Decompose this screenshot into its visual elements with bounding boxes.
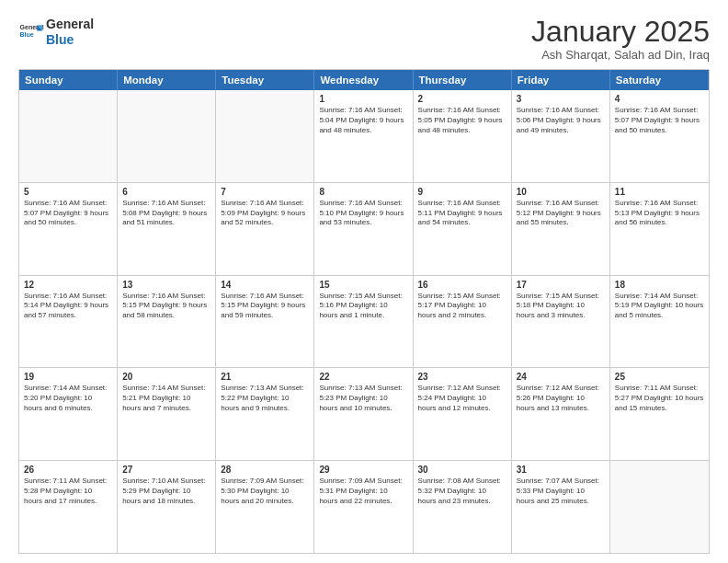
cell-text: Sunrise: 7:16 AM Sunset: 5:08 PM Dayligh… (122, 199, 210, 228)
cal-cell-23: 23Sunrise: 7:12 AM Sunset: 5:24 PM Dayli… (414, 368, 512, 460)
header: General Blue General Blue January 2025 A… (18, 17, 710, 62)
cell-text: Sunrise: 7:14 AM Sunset: 5:21 PM Dayligh… (122, 384, 210, 413)
cell-text: Sunrise: 7:16 AM Sunset: 5:15 PM Dayligh… (221, 292, 309, 321)
cell-text: Sunrise: 7:15 AM Sunset: 5:18 PM Dayligh… (517, 292, 605, 321)
cal-cell-24: 24Sunrise: 7:12 AM Sunset: 5:26 PM Dayli… (512, 368, 610, 460)
day-number: 9 (418, 187, 506, 197)
cell-text: Sunrise: 7:13 AM Sunset: 5:22 PM Dayligh… (221, 384, 309, 413)
cal-cell-10: 10Sunrise: 7:16 AM Sunset: 5:12 PM Dayli… (512, 183, 610, 275)
cal-cell-27: 27Sunrise: 7:10 AM Sunset: 5:29 PM Dayli… (118, 461, 216, 553)
calendar-row-4: 26Sunrise: 7:11 AM Sunset: 5:28 PM Dayli… (19, 460, 709, 553)
calendar-header: SundayMondayTuesdayWednesdayThursdayFrid… (19, 70, 709, 90)
cal-cell-30: 30Sunrise: 7:08 AM Sunset: 5:32 PM Dayli… (414, 461, 512, 553)
cal-cell-11: 11Sunrise: 7:16 AM Sunset: 5:13 PM Dayli… (610, 183, 709, 275)
cal-cell-25: 25Sunrise: 7:11 AM Sunset: 5:27 PM Dayli… (610, 368, 709, 460)
day-number: 16 (418, 280, 506, 290)
cal-cell-3: 3Sunrise: 7:16 AM Sunset: 5:06 PM Daylig… (512, 90, 610, 182)
calendar: SundayMondayTuesdayWednesdayThursdayFrid… (18, 69, 710, 554)
cell-text: Sunrise: 7:16 AM Sunset: 5:05 PM Dayligh… (418, 106, 506, 135)
header-day-saturday: Saturday (610, 70, 709, 90)
month-title: January 2025 (531, 17, 710, 46)
day-number: 12 (24, 280, 112, 290)
logo: General Blue General Blue (18, 17, 94, 48)
cell-text: Sunrise: 7:16 AM Sunset: 5:13 PM Dayligh… (615, 199, 704, 228)
cell-text: Sunrise: 7:12 AM Sunset: 5:24 PM Dayligh… (418, 384, 506, 413)
day-number: 21 (221, 372, 309, 382)
cell-text: Sunrise: 7:16 AM Sunset: 5:06 PM Dayligh… (517, 106, 605, 135)
header-day-wednesday: Wednesday (314, 70, 413, 90)
cell-text: Sunrise: 7:11 AM Sunset: 5:27 PM Dayligh… (615, 384, 704, 413)
cell-text: Sunrise: 7:10 AM Sunset: 5:29 PM Dayligh… (122, 477, 210, 506)
svg-text:Blue: Blue (20, 31, 34, 38)
cal-cell-9: 9Sunrise: 7:16 AM Sunset: 5:11 PM Daylig… (414, 183, 512, 275)
cell-text: Sunrise: 7:16 AM Sunset: 5:11 PM Dayligh… (418, 199, 506, 228)
day-number: 5 (24, 187, 112, 197)
day-number: 25 (615, 372, 704, 382)
header-day-friday: Friday (512, 70, 610, 90)
cell-text: Sunrise: 7:09 AM Sunset: 5:30 PM Dayligh… (221, 477, 309, 506)
day-number: 4 (615, 94, 704, 104)
cell-text: Sunrise: 7:12 AM Sunset: 5:26 PM Dayligh… (517, 384, 605, 413)
day-number: 7 (221, 187, 309, 197)
cell-text: Sunrise: 7:11 AM Sunset: 5:28 PM Dayligh… (24, 477, 112, 506)
cell-text: Sunrise: 7:08 AM Sunset: 5:32 PM Dayligh… (418, 477, 506, 506)
cell-text: Sunrise: 7:14 AM Sunset: 5:19 PM Dayligh… (615, 292, 704, 321)
cal-cell-14: 14Sunrise: 7:16 AM Sunset: 5:15 PM Dayli… (216, 276, 314, 368)
cal-cell-20: 20Sunrise: 7:14 AM Sunset: 5:21 PM Dayli… (118, 368, 216, 460)
cal-cell-21: 21Sunrise: 7:13 AM Sunset: 5:22 PM Dayli… (216, 368, 314, 460)
day-number: 6 (122, 187, 210, 197)
day-number: 30 (418, 465, 506, 475)
cal-cell-15: 15Sunrise: 7:15 AM Sunset: 5:16 PM Dayli… (314, 276, 413, 368)
cell-text: Sunrise: 7:15 AM Sunset: 5:16 PM Dayligh… (319, 292, 407, 321)
title-block: January 2025 Ash Sharqat, Salah ad Din, … (531, 17, 710, 62)
day-number: 31 (517, 465, 605, 475)
header-day-sunday: Sunday (19, 70, 118, 90)
day-number: 1 (319, 94, 407, 104)
logo-line2: Blue (46, 32, 94, 48)
logo-text: General Blue (46, 17, 94, 48)
day-number: 18 (615, 280, 704, 290)
day-number: 26 (24, 465, 112, 475)
cal-cell-2: 2Sunrise: 7:16 AM Sunset: 5:05 PM Daylig… (414, 90, 512, 182)
day-number: 22 (319, 372, 407, 382)
day-number: 8 (319, 187, 407, 197)
header-day-tuesday: Tuesday (216, 70, 314, 90)
day-number: 20 (122, 372, 210, 382)
cal-cell-29: 29Sunrise: 7:09 AM Sunset: 5:31 PM Dayli… (314, 461, 413, 553)
cell-text: Sunrise: 7:14 AM Sunset: 5:20 PM Dayligh… (24, 384, 112, 413)
logo-line1: General (46, 17, 94, 32)
location-subtitle: Ash Sharqat, Salah ad Din, Iraq (531, 48, 710, 62)
header-day-thursday: Thursday (414, 70, 512, 90)
day-number: 27 (122, 465, 210, 475)
cal-cell-4: 4Sunrise: 7:16 AM Sunset: 5:07 PM Daylig… (610, 90, 709, 182)
cell-text: Sunrise: 7:16 AM Sunset: 5:15 PM Dayligh… (122, 292, 210, 321)
calendar-body: 1Sunrise: 7:16 AM Sunset: 5:04 PM Daylig… (19, 90, 709, 553)
cell-text: Sunrise: 7:16 AM Sunset: 5:07 PM Dayligh… (615, 106, 704, 135)
cal-cell-empty-4-6 (610, 461, 709, 553)
cal-cell-19: 19Sunrise: 7:14 AM Sunset: 5:20 PM Dayli… (19, 368, 118, 460)
cell-text: Sunrise: 7:16 AM Sunset: 5:14 PM Dayligh… (24, 292, 112, 321)
cal-cell-13: 13Sunrise: 7:16 AM Sunset: 5:15 PM Dayli… (118, 276, 216, 368)
day-number: 28 (221, 465, 309, 475)
cell-text: Sunrise: 7:15 AM Sunset: 5:17 PM Dayligh… (418, 292, 506, 321)
header-day-monday: Monday (118, 70, 216, 90)
cell-text: Sunrise: 7:07 AM Sunset: 5:33 PM Dayligh… (517, 477, 605, 506)
calendar-row-3: 19Sunrise: 7:14 AM Sunset: 5:20 PM Dayli… (19, 367, 709, 460)
logo-icon: General Blue (18, 19, 44, 45)
day-number: 14 (221, 280, 309, 290)
cell-text: Sunrise: 7:16 AM Sunset: 5:10 PM Dayligh… (319, 199, 407, 228)
cal-cell-22: 22Sunrise: 7:13 AM Sunset: 5:23 PM Dayli… (314, 368, 413, 460)
day-number: 15 (319, 280, 407, 290)
day-number: 29 (319, 465, 407, 475)
cal-cell-7: 7Sunrise: 7:16 AM Sunset: 5:09 PM Daylig… (216, 183, 314, 275)
cell-text: Sunrise: 7:16 AM Sunset: 5:07 PM Dayligh… (24, 199, 112, 228)
cal-cell-empty-0-0 (19, 90, 118, 182)
day-number: 2 (418, 94, 506, 104)
cal-cell-16: 16Sunrise: 7:15 AM Sunset: 5:17 PM Dayli… (414, 276, 512, 368)
cal-cell-26: 26Sunrise: 7:11 AM Sunset: 5:28 PM Dayli… (19, 461, 118, 553)
cell-text: Sunrise: 7:09 AM Sunset: 5:31 PM Dayligh… (319, 477, 407, 506)
day-number: 10 (517, 187, 605, 197)
cal-cell-17: 17Sunrise: 7:15 AM Sunset: 5:18 PM Dayli… (512, 276, 610, 368)
cal-cell-31: 31Sunrise: 7:07 AM Sunset: 5:33 PM Dayli… (512, 461, 610, 553)
day-number: 3 (517, 94, 605, 104)
